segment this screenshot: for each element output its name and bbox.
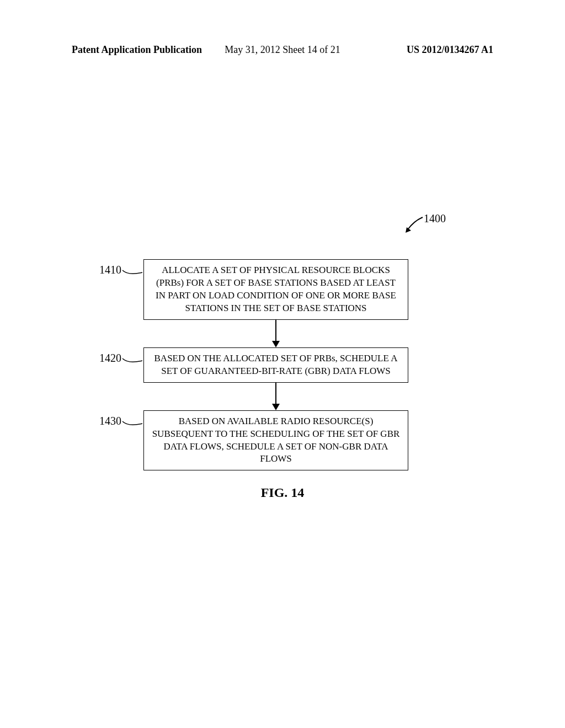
reference-number-callout: 1400 <box>403 216 425 233</box>
svg-marker-2 <box>272 341 280 347</box>
header-publication: Patent Application Publication <box>72 44 202 56</box>
figure-label: FIG. 14 <box>0 485 565 500</box>
label-connector <box>121 410 143 428</box>
flow-arrow-down <box>143 320 408 347</box>
flow-arrow-down <box>143 383 408 410</box>
header-doc-number: US 2012/0134267 A1 <box>407 44 493 56</box>
step-box: ALLOCATE A SET OF PHYSICAL RESOURCE BLOC… <box>143 259 408 320</box>
header-date-sheet: May 31, 2012 Sheet 14 of 21 <box>225 44 340 56</box>
label-connector <box>121 347 143 365</box>
reference-number: 1400 <box>424 212 446 225</box>
arrow-down-icon <box>270 320 281 347</box>
curved-arrow-icon <box>403 216 425 233</box>
arrow-down-icon <box>270 383 281 410</box>
step-number: 1410 <box>88 259 121 276</box>
step-box: BASED ON AVAILABLE RADIO RESOURCE(S) SUB… <box>143 410 408 471</box>
flowchart: 1410 ALLOCATE A SET OF PHYSICAL RESOURCE… <box>88 259 475 470</box>
step-number: 1420 <box>88 347 121 365</box>
label-connector <box>121 259 143 277</box>
step-box: BASED ON THE ALLOCATED SET OF PRBs, SCHE… <box>143 347 408 383</box>
flow-step: 1430 BASED ON AVAILABLE RADIO RESOURCE(S… <box>88 410 475 471</box>
flow-step: 1410 ALLOCATE A SET OF PHYSICAL RESOURCE… <box>88 259 475 320</box>
step-number: 1430 <box>88 410 121 427</box>
page-header: Patent Application Publication May 31, 2… <box>0 44 565 56</box>
svg-marker-4 <box>272 404 280 410</box>
flow-step: 1420 BASED ON THE ALLOCATED SET OF PRBs,… <box>88 347 475 383</box>
